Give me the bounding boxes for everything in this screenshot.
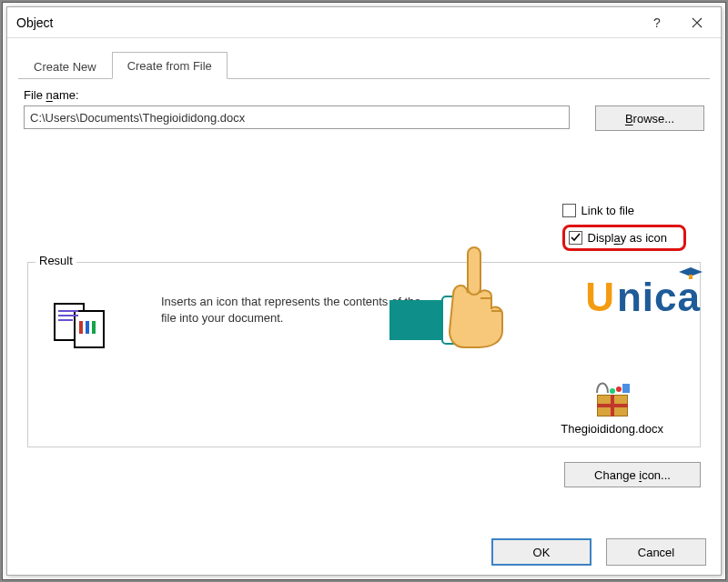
help-button[interactable]: ? bbox=[637, 10, 677, 35]
tabstrip: Create New Create from File bbox=[18, 51, 710, 79]
object-dialog: Object ? Create New Create from File Fil… bbox=[6, 6, 722, 576]
svg-point-1 bbox=[616, 386, 622, 392]
file-name-label: File name: bbox=[24, 88, 704, 102]
dialog-content: File name: Browse... bbox=[7, 79, 721, 131]
canvas-frame: Object ? Create New Create from File Fil… bbox=[2, 2, 726, 580]
options-pane: Link to file Display as icon bbox=[562, 204, 686, 251]
svg-point-0 bbox=[610, 388, 615, 394]
titlebar: Object ? bbox=[7, 7, 721, 38]
result-description: Inserts an icon that represents the cont… bbox=[161, 294, 434, 326]
tab-create-from-file[interactable]: Create from File bbox=[112, 52, 228, 79]
link-to-file-label: Link to file bbox=[581, 204, 635, 217]
ok-button[interactable]: OK bbox=[491, 538, 592, 566]
tab-create-new[interactable]: Create New bbox=[18, 53, 112, 79]
display-as-icon-label: Display as icon bbox=[588, 231, 667, 245]
link-to-file-checkbox[interactable]: Link to file bbox=[562, 204, 686, 217]
checkbox-icon bbox=[562, 204, 576, 217]
dialog-footer: OK Cancel bbox=[491, 538, 706, 566]
browse-button[interactable]: Browse... bbox=[595, 105, 704, 131]
result-legend: Result bbox=[35, 254, 76, 267]
file-name-input[interactable] bbox=[24, 105, 570, 129]
result-body: Inserts an icon that represents the cont… bbox=[28, 263, 700, 340]
close-button[interactable] bbox=[677, 10, 717, 35]
icon-preview: Thegioididong.docx bbox=[561, 380, 663, 436]
cancel-button[interactable]: Cancel bbox=[606, 538, 706, 566]
change-icon-row: Change icon... bbox=[564, 462, 701, 487]
documents-icon bbox=[54, 303, 108, 350]
result-group: Result Inserts an icon that represents t… bbox=[27, 262, 701, 447]
file-row: Browse... bbox=[24, 105, 704, 131]
display-as-icon-checkbox[interactable]: Display as icon bbox=[562, 225, 686, 251]
checkbox-checked-icon bbox=[569, 231, 582, 245]
close-icon bbox=[692, 17, 703, 28]
svg-rect-2 bbox=[622, 384, 630, 393]
preview-filename: Thegioididong.docx bbox=[561, 422, 663, 436]
package-icon bbox=[592, 380, 633, 416]
window-title: Object bbox=[16, 15, 637, 30]
change-icon-button[interactable]: Change icon... bbox=[564, 462, 701, 487]
